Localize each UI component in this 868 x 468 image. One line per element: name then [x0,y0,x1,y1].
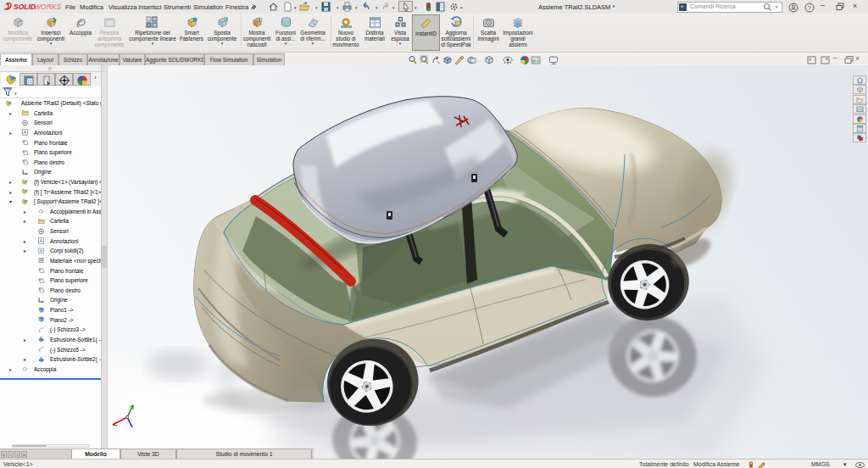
svg-text:?: ? [808,3,811,11]
svg-text:A: A [40,239,43,244]
svg-text:A: A [24,131,27,136]
svg-text:SOLID: SOLID [14,3,36,11]
svg-text:WORKS: WORKS [34,3,61,11]
